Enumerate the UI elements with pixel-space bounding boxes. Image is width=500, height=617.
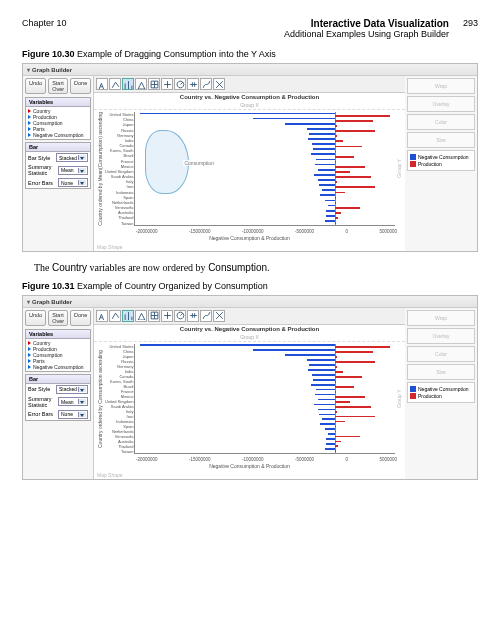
bar-negative[interactable]: [319, 414, 335, 416]
chart-type-icon[interactable]: [96, 310, 108, 322]
summary-stat-select[interactable]: Mean: [58, 397, 88, 406]
bar-negative[interactable]: [322, 189, 335, 191]
start-over-button[interactable]: Start Over: [48, 310, 68, 326]
chart-type-icon[interactable]: [135, 310, 147, 322]
chart-type-icon[interactable]: [122, 310, 134, 322]
overlay-zone[interactable]: Overlay: [407, 96, 475, 112]
bar-negative[interactable]: [309, 133, 335, 135]
bar-negative[interactable]: [314, 174, 335, 176]
bar-negative[interactable]: [325, 448, 335, 450]
start-over-button[interactable]: Start Over: [48, 78, 68, 94]
bar-negative[interactable]: [320, 423, 335, 425]
bar-negative[interactable]: [285, 354, 335, 356]
plot-area[interactable]: Consumption: [134, 112, 395, 226]
bar-negative[interactable]: [253, 118, 335, 120]
chart-type-icon[interactable]: [109, 78, 121, 90]
chart-type-icon[interactable]: [135, 78, 147, 90]
group-x-zone[interactable]: Group X: [94, 101, 405, 110]
bar-negative[interactable]: [328, 433, 335, 435]
bar-negative[interactable]: [318, 169, 335, 171]
bar-negative[interactable]: [328, 205, 335, 207]
bar-negative[interactable]: [320, 194, 335, 196]
overlay-zone[interactable]: Overlay: [407, 328, 475, 344]
color-zone[interactable]: Color: [407, 114, 475, 130]
bar-negative[interactable]: [285, 123, 335, 125]
group-y-zone[interactable]: Group Y: [395, 112, 403, 226]
chart-type-icon[interactable]: [161, 78, 173, 90]
chart-type-icon[interactable]: [148, 310, 160, 322]
chart-type-icon[interactable]: [213, 78, 225, 90]
bar-negative[interactable]: [307, 128, 335, 130]
chart-type-icon[interactable]: [122, 78, 134, 90]
error-bars-select[interactable]: None: [58, 410, 88, 419]
chart-type-icon[interactable]: [174, 78, 186, 90]
bar-negative[interactable]: [325, 220, 335, 222]
bar-negative[interactable]: [313, 379, 335, 381]
bar-style-select[interactable]: Stacked: [56, 153, 88, 162]
bar-negative[interactable]: [253, 349, 335, 351]
size-zone[interactable]: Size: [407, 364, 475, 380]
chart-type-icon[interactable]: [200, 78, 212, 90]
summary-stat-select[interactable]: Mean: [58, 166, 88, 175]
size-zone[interactable]: Size: [407, 132, 475, 148]
bar-negative[interactable]: [318, 409, 335, 411]
bar-negative[interactable]: [312, 374, 335, 376]
bar-negative[interactable]: [318, 399, 335, 401]
done-button[interactable]: Done: [70, 310, 91, 326]
chart-type-icon[interactable]: [148, 78, 160, 90]
bar-negative[interactable]: [307, 359, 335, 361]
bar-negative[interactable]: [311, 384, 335, 386]
bar-negative[interactable]: [308, 138, 335, 140]
disclosure-icon[interactable]: ▾: [27, 299, 30, 305]
wrap-zone[interactable]: Wrap: [407, 78, 475, 94]
disclosure-icon[interactable]: ▾: [27, 67, 30, 73]
undo-button[interactable]: Undo: [25, 310, 46, 326]
bar-negative[interactable]: [322, 418, 335, 420]
group-y-zone[interactable]: Group Y: [395, 344, 403, 454]
bar-negative[interactable]: [309, 364, 335, 366]
variables-list[interactable]: CountryProductionConsumptionPartsNegativ…: [26, 107, 90, 139]
bar-negative[interactable]: [315, 394, 335, 396]
bar-negative[interactable]: [316, 389, 335, 391]
bar-negative[interactable]: [315, 164, 335, 166]
error-bars-select[interactable]: None: [58, 178, 88, 187]
bar-negative[interactable]: [316, 159, 335, 161]
bar-negative[interactable]: [140, 344, 335, 346]
chart-type-icon[interactable]: [96, 78, 108, 90]
bar-negative[interactable]: [140, 113, 335, 115]
variable-item[interactable]: Negative Consumption: [27, 132, 89, 138]
bar-negative[interactable]: [319, 184, 335, 186]
bar-negative[interactable]: [326, 210, 335, 212]
color-zone[interactable]: Color: [407, 346, 475, 362]
bar-negative[interactable]: [325, 428, 335, 430]
bar-negative[interactable]: [326, 443, 335, 445]
bar-style-select[interactable]: Stacked: [56, 385, 88, 394]
bar-negative[interactable]: [308, 369, 335, 371]
group-x-zone[interactable]: Group X: [94, 333, 405, 342]
chart-type-icon[interactable]: [109, 310, 121, 322]
chart-title: Country vs. Negative Consumption & Produ…: [94, 325, 405, 333]
bar-negative[interactable]: [326, 438, 335, 440]
bar-negative[interactable]: [312, 143, 335, 145]
bar-negative[interactable]: [325, 200, 335, 202]
chart-type-icon[interactable]: [213, 310, 225, 322]
chart-type-icon[interactable]: [174, 310, 186, 322]
done-button[interactable]: Done: [70, 78, 91, 94]
map-shape-zone[interactable]: Map Shape: [94, 471, 405, 479]
bar-negative[interactable]: [314, 404, 335, 406]
wrap-zone[interactable]: Wrap: [407, 310, 475, 326]
chart-type-icon[interactable]: [187, 78, 199, 90]
chart-type-icon[interactable]: [161, 310, 173, 322]
variables-list[interactable]: CountryProductionConsumptionPartsNegativ…: [26, 339, 90, 371]
undo-button[interactable]: Undo: [25, 78, 46, 94]
variable-item[interactable]: Negative Consumption: [27, 364, 89, 370]
bar-negative[interactable]: [311, 153, 335, 155]
chart-type-icon[interactable]: [200, 310, 212, 322]
map-shape-zone[interactable]: Map Shape: [94, 243, 405, 251]
bar-negative[interactable]: [313, 148, 335, 150]
figure-text-31: Example of Country Organized by Consumpt…: [77, 281, 268, 291]
chart-type-icon[interactable]: [187, 310, 199, 322]
plot-area[interactable]: [134, 344, 395, 454]
bar-negative[interactable]: [326, 215, 335, 217]
bar-negative[interactable]: [318, 179, 335, 181]
